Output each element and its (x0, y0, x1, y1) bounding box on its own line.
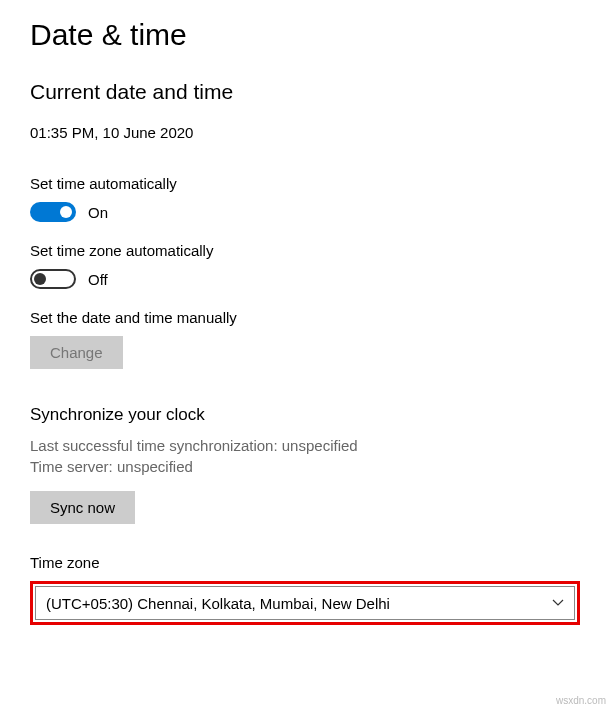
set-timezone-auto-toggle[interactable] (30, 269, 76, 289)
timezone-dropdown[interactable]: (UTC+05:30) Chennai, Kolkata, Mumbai, Ne… (35, 586, 575, 620)
set-timezone-auto-label: Set time zone automatically (30, 242, 580, 259)
timezone-highlight-box: (UTC+05:30) Chennai, Kolkata, Mumbai, Ne… (30, 581, 580, 625)
manual-set-label: Set the date and time manually (30, 309, 580, 326)
sync-title: Synchronize your clock (30, 405, 580, 425)
watermark: wsxdn.com (556, 695, 606, 706)
sync-server-info: Time server: unspecified (30, 456, 580, 477)
set-time-auto-label: Set time automatically (30, 175, 580, 192)
chevron-down-icon (552, 597, 564, 609)
sync-last-info: Last successful time synchronization: un… (30, 435, 580, 456)
section-current-datetime: Current date and time (30, 80, 580, 104)
timezone-selected-text: (UTC+05:30) Chennai, Kolkata, Mumbai, Ne… (46, 595, 390, 612)
sync-now-button[interactable]: Sync now (30, 491, 135, 524)
toggle-knob (60, 206, 72, 218)
toggle-knob (34, 273, 46, 285)
current-datetime-value: 01:35 PM, 10 June 2020 (30, 124, 580, 141)
set-timezone-auto-state: Off (88, 271, 108, 288)
timezone-label: Time zone (30, 554, 580, 571)
change-button[interactable]: Change (30, 336, 123, 369)
set-time-auto-state: On (88, 204, 108, 221)
page-title: Date & time (30, 18, 580, 52)
set-time-auto-toggle[interactable] (30, 202, 76, 222)
